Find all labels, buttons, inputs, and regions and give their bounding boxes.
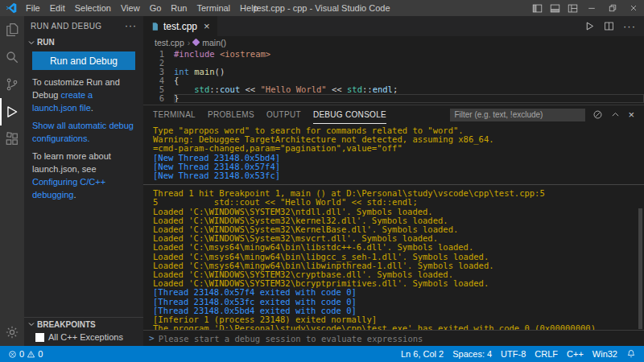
menu-bar: FileEditSelectionViewGoRunTerminalHelp: [21, 0, 263, 16]
toggle-panel-icon[interactable]: [546, 0, 564, 16]
menu-item[interactable]: Terminal: [192, 0, 236, 16]
debug-console-input-row: >: [143, 330, 644, 346]
menu-item[interactable]: Selection: [70, 0, 116, 16]
menu-item[interactable]: Go: [145, 0, 167, 16]
maximize-panel-icon[interactable]: [610, 109, 621, 120]
panel-tab[interactable]: DEBUG CONSOLE: [313, 105, 386, 124]
breadcrumb-symbol[interactable]: main(): [202, 38, 226, 47]
console-line: 5 std::cout << "Hello World" << std::end…: [153, 198, 644, 207]
breadcrumb: test.cpp › main(): [143, 36, 644, 48]
breakpoint-item-all-cpp-exceptions[interactable]: All C++ Exceptions: [24, 331, 143, 346]
close-panel-icon[interactable]: ×: [628, 109, 634, 120]
workbench: RUN AND DEBUG ··· RUN Run and Debug To c…: [0, 16, 644, 346]
code-token: <<: [327, 84, 347, 94]
console-line: Loaded 'C:\msys64\mingw64\bin\libstdc++-…: [153, 243, 644, 252]
problems-status[interactable]: 0 0: [8, 349, 43, 359]
menu-item[interactable]: Run: [166, 0, 192, 16]
tab-label: test.cpp: [163, 21, 197, 32]
code-token: endl: [373, 84, 393, 94]
run-or-debug-icon[interactable]: [584, 21, 595, 31]
code-line-content: int main(): [174, 68, 644, 76]
clear-console-icon[interactable]: [592, 109, 603, 120]
split-editor-icon[interactable]: [604, 21, 614, 31]
cpp-file-icon: [151, 22, 159, 31]
restore-window-icon[interactable]: [602, 0, 623, 16]
console-filter-input[interactable]: [450, 109, 585, 121]
vscode-logo-icon: [6, 2, 17, 14]
menu-item[interactable]: File: [21, 0, 45, 16]
cpp-debugging-docs-link[interactable]: Configuring C/C++ debugging: [32, 177, 105, 200]
code-token: ;: [393, 84, 398, 94]
explorer-icon[interactable]: [0, 16, 24, 43]
breadcrumb-file[interactable]: test.cpp: [155, 38, 184, 47]
breakpoint-label: All C++ Exceptions: [48, 332, 123, 342]
panel-tab[interactable]: PROBLEMS: [208, 105, 254, 124]
code-token: cout: [220, 84, 240, 94]
code-line-content: }: [174, 94, 644, 103]
run-and-debug-icon[interactable]: [0, 98, 24, 125]
activity-bar-bottom: [0, 319, 24, 346]
code-token: "Hello World": [261, 84, 327, 94]
toggle-sidebar-icon[interactable]: [528, 0, 546, 16]
title-bar: FileEditSelectionViewGoRunTerminalHelp t…: [0, 0, 644, 16]
status-bar-item[interactable]: UTF-8: [501, 349, 526, 359]
code-token: (): [215, 67, 225, 76]
line-number: 6: [143, 94, 164, 103]
customize-layout-icon[interactable]: [564, 0, 581, 16]
breadcrumb-separator-icon: ›: [188, 38, 191, 47]
warning-icon: [27, 350, 35, 359]
debug-console-input[interactable]: [159, 334, 638, 343]
settings-gear-icon[interactable]: [0, 319, 24, 346]
code-line-content: std::cout << "Hello World" << std::endl;: [174, 85, 644, 94]
breakpoints-section-header[interactable]: BREAKPOINTS: [24, 317, 143, 331]
source-control-icon[interactable]: [0, 71, 24, 98]
search-icon[interactable]: [0, 43, 24, 71]
code-token: std: [194, 84, 209, 94]
code-line: 3 int main(): [143, 68, 644, 76]
console-line: [143, 184, 644, 185]
show-debug-configs-link[interactable]: Show all automatic debug configurations.: [32, 121, 134, 143]
customize-hint-text: To customize Run and Debug create a laun…: [24, 74, 143, 117]
window-title: test.cpp - cpp - Visual Studio Code: [254, 3, 390, 13]
error-count: 0: [19, 349, 24, 359]
editor-more-actions-icon[interactable]: ···: [623, 20, 636, 32]
code-token: <iostream>: [220, 49, 270, 59]
code-line: 6 }: [143, 94, 644, 103]
tab-test-cpp[interactable]: test.cpp ×: [143, 16, 217, 36]
breakpoint-checkbox[interactable]: [35, 333, 44, 342]
menu-item[interactable]: View: [116, 0, 145, 16]
console-line: [New Thread 23148.0x53fc]: [153, 171, 644, 180]
panel-tab[interactable]: TERMINAL: [153, 105, 196, 124]
editor-tab-bar: test.cpp × ···: [143, 16, 644, 36]
close-tab-icon[interactable]: ×: [204, 21, 210, 31]
sidebar-spacer: [24, 204, 143, 317]
status-bar-item[interactable]: Win32: [592, 349, 617, 359]
code-token: std: [347, 84, 362, 94]
panel-tabs: TERMINALPROBLEMSOUTPUTDEBUG CONSOLE: [153, 105, 398, 124]
panel-tab[interactable]: OUTPUT: [266, 105, 301, 124]
console-line: =cmd-param-changed,param="pagination",va…: [153, 144, 644, 153]
code-token: }: [174, 93, 179, 103]
run-and-debug-button[interactable]: Run and Debug: [32, 51, 135, 70]
code-token: <<: [240, 84, 260, 94]
status-bar-item[interactable]: Ln 6, Col 2: [401, 349, 444, 359]
status-bar-right: Ln 6, Col 2Spaces: 4UTF-8CRLFC++Win32: [401, 349, 617, 359]
extensions-icon[interactable]: [0, 125, 24, 153]
status-bar-left: 0 0: [8, 349, 43, 359]
minimize-window-icon[interactable]: [581, 0, 602, 16]
chevron-down-icon: [27, 39, 35, 47]
status-bar-item[interactable]: C++: [567, 349, 584, 359]
code-editor[interactable]: 1 #include <iostream> 2 3 int main() 4 {: [143, 48, 644, 105]
status-bar: 0 0 Ln 6, Col 2Spaces: 4UTF-8CRLFC++Win3…: [0, 346, 644, 362]
debug-console-output[interactable]: Type "apropos word" to search for comman…: [143, 124, 644, 330]
console-scrollbar[interactable]: [638, 208, 642, 329]
run-section-header[interactable]: RUN: [24, 35, 143, 49]
code-token: ::: [362, 84, 373, 94]
sidebar-more-actions-icon[interactable]: ···: [125, 20, 137, 31]
close-window-icon[interactable]: [623, 0, 644, 16]
notifications-bell-icon[interactable]: [626, 349, 636, 359]
sidebar-header: RUN AND DEBUG ···: [24, 16, 143, 35]
menu-item[interactable]: Edit: [45, 0, 70, 16]
status-bar-item[interactable]: CRLF: [535, 349, 558, 359]
status-bar-item[interactable]: Spaces: 4: [452, 349, 492, 359]
